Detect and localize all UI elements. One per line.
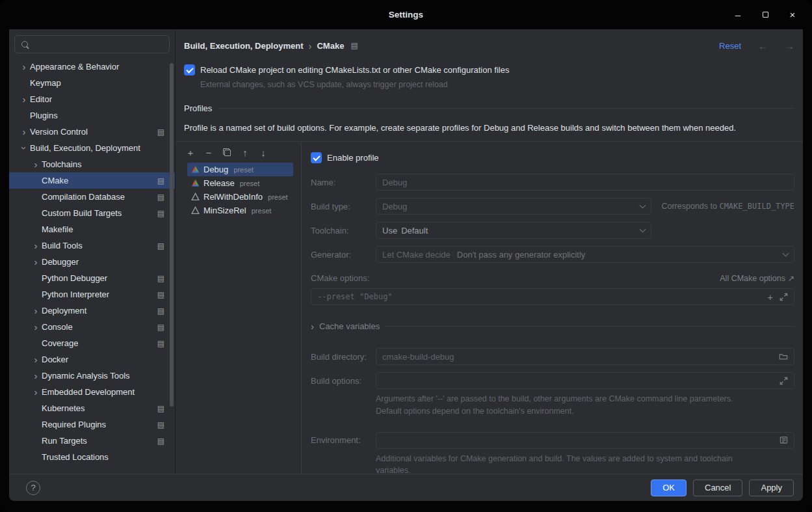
in-project-settings-icon: ▤ xyxy=(157,290,164,299)
profile-item-release[interactable]: Release preset xyxy=(187,176,293,190)
chevron-right-icon[interactable]: › xyxy=(18,127,30,137)
apply-button[interactable]: Apply xyxy=(749,479,794,496)
sidebar-item-coverage[interactable]: Coverage▤ xyxy=(9,335,175,351)
in-project-settings-icon: ▤ xyxy=(157,209,164,218)
sidebar-item-custom-build-targets[interactable]: Custom Build Targets▤ xyxy=(9,205,175,221)
sidebar-item-keymap[interactable]: Keymap xyxy=(9,75,175,91)
close-button[interactable]: × xyxy=(787,10,798,20)
sidebar-item-debugger[interactable]: ›Debugger xyxy=(9,254,175,270)
sidebar-item-python-interpreter[interactable]: Python Interpreter▤ xyxy=(9,286,175,303)
in-project-settings-icon: ▤ xyxy=(157,323,164,332)
search-input[interactable] xyxy=(34,40,163,49)
reset-link[interactable]: Reset xyxy=(719,41,741,51)
sidebar-item-compilation-database[interactable]: Compilation Database▤ xyxy=(9,189,175,205)
chevron-right-icon[interactable]: › xyxy=(30,241,42,250)
build-options-field[interactable] xyxy=(376,372,794,389)
chevron-right-icon[interactable]: › xyxy=(30,387,42,397)
cache-variables-toggle[interactable]: › Cache variables xyxy=(311,321,794,332)
sidebar-item-cmake[interactable]: CMake▤ xyxy=(9,172,175,189)
move-up-button[interactable]: ↑ xyxy=(240,147,250,157)
reload-cmake-checkbox[interactable] xyxy=(184,64,195,75)
build-type-select[interactable]: Debug xyxy=(376,198,651,215)
enable-profile-checkbox[interactable] xyxy=(311,152,322,163)
sidebar-item-version-control[interactable]: ›Version Control▤ xyxy=(9,124,175,140)
move-down-button[interactable]: ↓ xyxy=(258,147,268,157)
add-profile-button[interactable]: + xyxy=(185,147,196,157)
forward-button[interactable]: → xyxy=(785,40,794,51)
sidebar-item-toolchains[interactable]: ›Toolchains xyxy=(9,156,175,172)
chevron-down-icon[interactable]: › xyxy=(20,142,29,154)
help-button[interactable]: ? xyxy=(26,481,40,495)
sidebar-item-editor[interactable]: ›Editor xyxy=(9,91,175,107)
name-label: Name: xyxy=(311,178,376,187)
cmake-options-field[interactable]: --preset "Debug" + xyxy=(311,288,794,305)
sidebar-item-embedded-development[interactable]: ›Embedded Development xyxy=(9,384,175,400)
chevron-right-icon[interactable]: › xyxy=(30,371,42,381)
copy-profile-button[interactable] xyxy=(222,147,232,157)
sidebar-scrollbar-thumb[interactable] xyxy=(170,63,174,407)
toolchain-select[interactable]: Use Default xyxy=(376,222,651,239)
cancel-button[interactable]: Cancel xyxy=(693,479,742,496)
in-project-settings-icon: ▤ xyxy=(157,241,164,250)
settings-sidebar: ›Appearance & Behavior Keymap ›Editor Pl… xyxy=(9,29,176,474)
chevron-right-icon[interactable]: › xyxy=(18,62,30,72)
environment-field[interactable] xyxy=(376,432,794,449)
in-project-settings-icon: ▤ xyxy=(157,420,164,429)
chevron-right-icon[interactable]: › xyxy=(18,94,30,104)
expand-field-icon[interactable] xyxy=(779,377,788,385)
sidebar-item-plugins[interactable]: Plugins xyxy=(9,107,175,124)
chevron-right-icon[interactable]: › xyxy=(30,257,42,267)
chevron-right-icon[interactable]: › xyxy=(30,306,42,316)
sidebar-item-trusted-locations[interactable]: Trusted Locations xyxy=(9,449,175,465)
build-directory-field[interactable]: cmake-build-debug xyxy=(376,348,794,365)
variables-list-icon[interactable] xyxy=(779,436,788,444)
preset-triangle-icon xyxy=(191,206,200,215)
sidebar-item-build-tools[interactable]: ›Build Tools▤ xyxy=(9,237,175,254)
sidebar-item-required-plugins[interactable]: Required Plugins▤ xyxy=(9,416,175,433)
search-icon xyxy=(21,40,29,49)
sidebar-item-python-debugger[interactable]: Python Debugger▤ xyxy=(9,270,175,286)
sidebar-item-console[interactable]: ›Console▤ xyxy=(9,319,175,335)
maximize-icon xyxy=(763,12,768,18)
sidebar-item-dynamic-analysis-tools[interactable]: ›Dynamic Analysis Tools xyxy=(9,368,175,384)
generator-select[interactable]: Let CMake decide Don't pass any generato… xyxy=(376,246,794,263)
profile-form: Enable profile Name: Debug Build type: D… xyxy=(302,142,803,474)
sidebar-item-kubernetes[interactable]: Kubernetes▤ xyxy=(9,400,175,416)
close-icon: × xyxy=(790,9,796,20)
sidebar-item-docker[interactable]: ›Docker xyxy=(9,351,175,368)
expand-field-icon[interactable] xyxy=(779,293,788,301)
all-cmake-options-link[interactable]: All CMake options ↗ xyxy=(720,273,794,283)
minimize-button[interactable]: – xyxy=(733,10,743,20)
remove-profile-button[interactable]: − xyxy=(203,147,214,157)
add-option-icon[interactable]: + xyxy=(767,292,773,302)
settings-search[interactable] xyxy=(14,35,170,53)
titlebar: Settings – × xyxy=(0,0,812,29)
sidebar-item-makefile[interactable]: Makefile xyxy=(9,221,175,237)
sidebar-item-build-execution-deployment[interactable]: ›Build, Execution, Deployment xyxy=(9,140,175,156)
in-project-settings-icon: ▤ xyxy=(157,306,164,316)
breadcrumb-root[interactable]: Build, Execution, Deployment xyxy=(184,41,303,51)
window-controls: – × xyxy=(733,0,798,29)
sidebar-item-run-targets[interactable]: Run Targets▤ xyxy=(9,433,175,449)
ok-button[interactable]: OK xyxy=(651,479,687,496)
profiles-description: Profile is a named set of build options.… xyxy=(184,123,794,133)
reload-cmake-label: Reload CMake project on editing CMakeLis… xyxy=(200,65,509,75)
generator-label: Generator: xyxy=(311,250,376,260)
name-field[interactable]: Debug xyxy=(376,174,794,191)
profile-item-minsizerel[interactable]: MinSizeRel preset xyxy=(187,204,293,217)
maximize-button[interactable] xyxy=(760,10,770,20)
external-link-icon: ↗ xyxy=(788,274,794,283)
cmake-logo-icon xyxy=(191,179,200,187)
dropdown-arrow-icon xyxy=(783,250,789,256)
sidebar-item-appearance-behavior[interactable]: ›Appearance & Behavior xyxy=(9,59,175,75)
chevron-right-icon[interactable]: › xyxy=(30,355,42,364)
back-button[interactable]: ← xyxy=(758,40,768,51)
chevron-right-icon[interactable]: › xyxy=(30,159,42,169)
sidebar-item-deployment[interactable]: ›Deployment▤ xyxy=(9,303,175,319)
profile-item-debug[interactable]: Debug preset xyxy=(187,163,293,176)
profile-item-relwithdebinfo[interactable]: RelWithDebInfo preset xyxy=(187,190,293,204)
folder-icon[interactable] xyxy=(779,352,788,361)
chevron-right-icon[interactable]: › xyxy=(30,322,42,332)
build-type-label: Build type: xyxy=(311,202,376,211)
in-project-settings-icon: ▤ xyxy=(157,339,164,348)
